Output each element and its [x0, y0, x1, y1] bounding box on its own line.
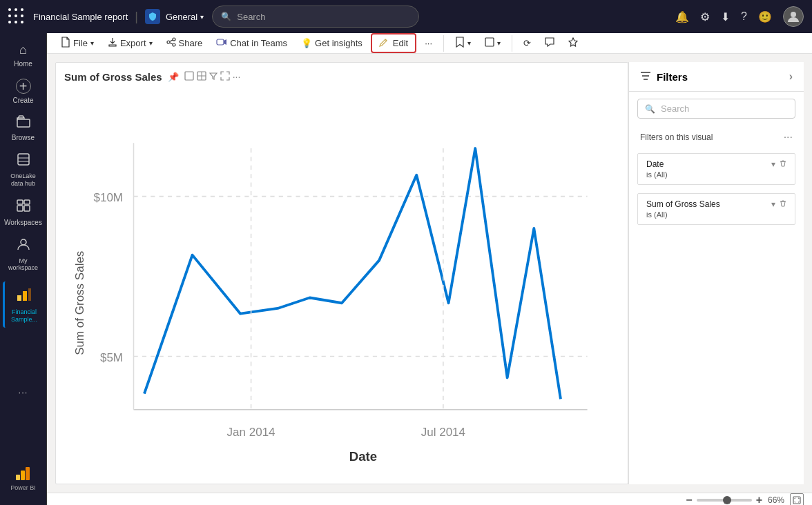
filters-section-title: Filters on this visual ···	[629, 126, 804, 149]
content-area: File ▾ Export ▾ Share Chat i	[47, 33, 812, 505]
sidebar-item-home[interactable]: ⌂ Home	[3, 39, 44, 72]
share-button[interactable]: Share	[161, 34, 209, 52]
file-button[interactable]: File ▾	[55, 34, 99, 52]
svg-marker-23	[569, 38, 577, 46]
zoom-in-button[interactable]: +	[756, 495, 762, 505]
chart-title: Sum of Gross Sales	[64, 71, 162, 83]
svg-rect-5	[17, 206, 23, 211]
zoom-slider-thumb[interactable]	[723, 496, 731, 504]
filter-gross-sales-name: Sum of Gross Sales	[646, 199, 720, 209]
get-insights-button[interactable]: 💡 Get insights	[296, 35, 368, 51]
svg-rect-22	[485, 38, 494, 46]
file-label: File	[73, 38, 88, 48]
filter-gross-sales-chevron[interactable]: ▾	[771, 199, 775, 209]
sidebar-label-onelake: OneLake data hub	[8, 172, 39, 188]
sidebar-item-workspaces[interactable]: Workspaces	[3, 195, 44, 230]
view-button[interactable]: ▾	[479, 34, 506, 52]
edit-pencil-icon	[379, 37, 389, 49]
zoom-level: 66%	[768, 495, 784, 505]
user-avatar[interactable]	[783, 6, 804, 27]
chart-expand-icon[interactable]	[184, 71, 194, 83]
comment-button[interactable]	[539, 34, 560, 52]
file-chevron: ▾	[90, 39, 94, 47]
svg-point-0	[791, 12, 796, 17]
favorite-button[interactable]	[563, 34, 583, 52]
svg-rect-10	[17, 295, 21, 301]
filter-item-gross-sales[interactable]: Sum of Gross Sales ▾ is (All)	[637, 193, 795, 225]
filter-item-date-header: Date ▾	[646, 159, 786, 169]
filter-gross-sales-clear-icon[interactable]	[780, 199, 786, 209]
sidebar-item-myworkspace[interactable]: My workspace	[3, 233, 44, 277]
y-axis-label: Sum of Gross Sales	[73, 251, 86, 355]
visual-area: Sum of Gross Sales 📌	[47, 54, 812, 493]
insights-icon: 💡	[301, 38, 312, 48]
chart-more-icon[interactable]: ···	[233, 71, 241, 83]
workspace-name: General	[166, 12, 197, 22]
file-icon	[61, 37, 70, 50]
sidebar-item-browse[interactable]: Browse	[3, 111, 44, 146]
notifications-icon[interactable]: 🔔	[675, 10, 689, 23]
svg-rect-24	[185, 72, 193, 80]
filters-expand-icon[interactable]: ›	[789, 70, 793, 83]
svg-text:$10M: $10M	[94, 191, 124, 204]
zoom-out-button[interactable]: −	[686, 495, 692, 505]
download-icon[interactable]: ⬇	[721, 10, 730, 23]
refresh-button[interactable]: ⟳	[518, 35, 536, 51]
share-icon	[166, 37, 176, 49]
chat-in-teams-button[interactable]: Chat in Teams	[211, 34, 293, 52]
zoom-slider[interactable]	[697, 499, 752, 502]
svg-rect-8	[24, 200, 30, 204]
svg-text:$5M: $5M	[100, 351, 123, 364]
powerbi-logo[interactable]: Power BI	[5, 458, 41, 497]
help-icon[interactable]: ?	[741, 10, 747, 23]
chart-table-icon[interactable]	[197, 71, 206, 83]
sidebar-item-onelake[interactable]: OneLake data hub	[3, 148, 44, 192]
edit-label: Edit	[393, 38, 408, 48]
settings-icon[interactable]: ⚙	[700, 10, 710, 23]
svg-rect-15	[26, 467, 30, 480]
pin-icon[interactable]: 📌	[168, 72, 179, 82]
chart-fullscreen-icon[interactable]	[220, 71, 230, 83]
filters-search[interactable]: 🔍 Search	[637, 99, 795, 119]
workspace-dropdown[interactable]: General ▾	[166, 12, 204, 22]
global-search-bar[interactable]: 🔍 Search	[212, 6, 419, 28]
fit-page-button[interactable]	[790, 493, 804, 505]
filter-search-placeholder: Search	[661, 103, 689, 114]
toolbar: File ▾ Export ▾ Share Chat i	[47, 33, 812, 54]
sidebar-label-home: Home	[14, 60, 32, 68]
export-button[interactable]: Export ▾	[102, 34, 158, 52]
filters-title: Filters	[657, 71, 688, 83]
view-chevron: ▾	[497, 39, 501, 47]
edit-button[interactable]: Edit	[371, 33, 416, 53]
bookmark-icon	[455, 37, 465, 50]
filter-date-value: is (All)	[646, 170, 786, 179]
workspace-chevron-icon: ▾	[200, 13, 204, 21]
top-bar: Financial Sample report | General ▾ 🔍 Se…	[0, 0, 812, 33]
bookmark-button[interactable]: ▾	[450, 34, 476, 52]
sidebar-item-financial[interactable]: Financial Sample...	[3, 281, 44, 328]
refresh-icon: ⟳	[523, 38, 531, 48]
svg-rect-6	[24, 206, 30, 211]
smiley-icon[interactable]: 🙂	[758, 10, 772, 23]
filter-date-clear-icon[interactable]	[780, 159, 786, 169]
svg-rect-14	[21, 471, 25, 480]
filter-date-chevron[interactable]: ▾	[771, 159, 775, 169]
sidebar-item-more[interactable]: ···	[3, 383, 44, 403]
filter-item-date[interactable]: Date ▾ is (All)	[637, 153, 795, 185]
filters-panel: Filters › 🔍 Search Filters on this visua…	[628, 62, 804, 484]
powerbi-logo-icon	[13, 464, 32, 483]
app-title: Financial Sample report | General ▾	[33, 9, 204, 24]
more-icon: ···	[19, 387, 28, 397]
more-options-icon: ···	[425, 38, 432, 48]
bottom-bar: − + 66%	[47, 493, 812, 505]
chart-filter-icon[interactable]	[209, 71, 218, 83]
more-options-button[interactable]: ···	[419, 35, 438, 51]
sidebar-label-workspaces: Workspaces	[4, 219, 42, 226]
create-icon: +	[16, 79, 31, 94]
svg-rect-7	[17, 200, 23, 204]
filters-section-more[interactable]: ···	[784, 131, 793, 143]
toolbar-separator-1	[443, 35, 444, 52]
apps-grid-icon[interactable]	[8, 8, 25, 25]
sidebar-item-create[interactable]: + Create	[3, 75, 44, 108]
filters-icon	[640, 71, 651, 83]
